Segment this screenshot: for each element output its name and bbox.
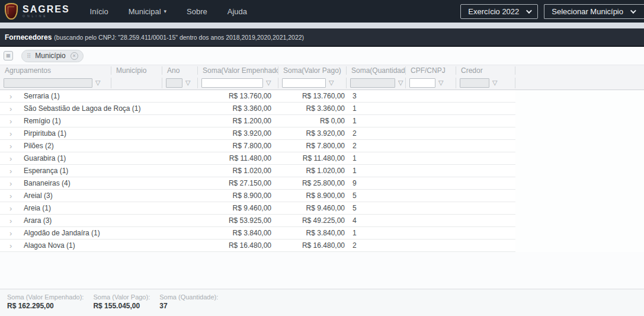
filter-funnel-icon[interactable]: ▽ (329, 79, 334, 86)
filter-cell-municipio (111, 78, 162, 88)
row-quantidade: 1 (347, 117, 406, 125)
filter-cell-agrupamentos: ▽ (0, 78, 111, 88)
expand-chevron-icon[interactable]: › (0, 142, 24, 150)
table-row[interactable]: › Areia (1) R$ 9.460,00 R$ 9.460,00 5 (0, 202, 515, 215)
row-valor-empenhado: R$ 3.360,00 (198, 104, 278, 113)
column-header-credor[interactable]: Credor (456, 66, 515, 75)
column-header-cpf-cnpj[interactable]: CPF/CNPJ (406, 66, 456, 75)
filter-funnel-icon[interactable]: ▽ (185, 79, 190, 86)
filter-funnel-icon[interactable]: ▽ (95, 79, 100, 86)
filter-input-valor-pago[interactable] (282, 78, 326, 88)
selecionar-municipio-label: Selecionar Município (552, 7, 623, 16)
row-group-label: Areia (1) (24, 204, 51, 212)
row-valor-empenhado: R$ 3.920,00 (198, 129, 278, 138)
table-row[interactable]: › Serraria (1) R$ 13.760,00 R$ 13.760,00… (0, 90, 515, 103)
expand-chevron-icon[interactable]: › (0, 229, 24, 237)
filter-funnel-icon[interactable]: ▽ (398, 79, 403, 86)
brand: SAGRES ONLINE (23, 5, 70, 18)
expand-chevron-icon[interactable]: › (0, 92, 24, 100)
expand-chevron-icon[interactable]: › (0, 242, 24, 250)
column-header-municipio[interactable]: Município (111, 66, 162, 75)
column-chooser-icon: ▦ (6, 53, 11, 58)
filter-input-agrupamentos (4, 78, 92, 88)
filter-cell-quantidade: ▽ (347, 78, 406, 88)
expand-chevron-icon[interactable]: › (0, 167, 24, 175)
filter-funnel-icon[interactable]: ▽ (438, 79, 443, 86)
filter-spacer (515, 78, 644, 88)
nav-menu: Início Municipal ▾ Sobre Ajuda (90, 7, 247, 16)
nav-item-label: Sobre (187, 7, 207, 16)
column-chooser-button[interactable]: ▦ (4, 51, 13, 60)
row-quantidade: 1 (347, 229, 406, 237)
summary-value: R$ 162.295,00 (7, 302, 84, 310)
table-row[interactable]: › Remígio (1) R$ 1.200,00 R$ 0,00 1 (0, 115, 515, 127)
filter-funnel-icon[interactable]: ▽ (492, 79, 497, 86)
chip-close-icon[interactable]: × (71, 52, 78, 60)
group-cell: › Pirpirituba (1) (0, 129, 198, 138)
nav-item-ajuda[interactable]: Ajuda (228, 7, 247, 16)
column-header-valor-pago[interactable]: Soma(Valor Pago) (278, 66, 347, 75)
chevron-down-icon (630, 8, 636, 14)
group-panel: ▦ ⠿ Município × (0, 47, 644, 65)
selecionar-municipio-dropdown[interactable]: Selecionar Município (544, 4, 644, 19)
expand-chevron-icon[interactable]: › (0, 205, 24, 212)
row-valor-pago: R$ 1.020,00 (278, 167, 347, 175)
row-quantidade: 3 (347, 92, 406, 100)
caret-down-icon: ▾ (164, 8, 167, 14)
nav-item-label: Início (90, 7, 108, 16)
row-valor-pago: R$ 0,00 (278, 117, 347, 125)
table-row[interactable]: › São Sebastião de Lagoa de Roça (1) R$ … (0, 103, 515, 115)
row-valor-empenhado: R$ 1.020,00 (198, 167, 278, 175)
row-valor-empenhado: R$ 16.480,00 (198, 241, 278, 250)
column-header-agrupamentos[interactable]: Agrupamentos (0, 66, 111, 75)
row-group-label: Serraria (1) (24, 92, 60, 100)
group-cell: › Alagoa Nova (1) (0, 241, 198, 250)
exercicio-dropdown[interactable]: Exercício 2022 (460, 4, 538, 19)
table-row[interactable]: › Esperança (1) R$ 1.020,00 R$ 1.020,00 … (0, 165, 515, 177)
filter-input-ano (166, 78, 182, 88)
group-cell: › Bananeiras (4) (0, 179, 198, 187)
row-valor-pago: R$ 3.840,00 (278, 229, 347, 237)
table-row[interactable]: › Arara (3) R$ 53.925,00 R$ 49.225,00 4 (0, 215, 515, 227)
expand-chevron-icon[interactable]: › (0, 155, 24, 162)
nav-item-sobre[interactable]: Sobre (187, 7, 207, 16)
group-cell: › Pilões (2) (0, 142, 198, 150)
row-valor-pago: R$ 25.800,00 (278, 179, 347, 187)
group-cell: › Remígio (1) (0, 117, 198, 125)
row-valor-pago: R$ 8.900,00 (278, 191, 347, 200)
page-title: Fornecedores (5, 33, 52, 42)
column-header-quantidade[interactable]: Soma(Quantidade) (347, 66, 406, 75)
table-row[interactable]: › Areial (3) R$ 8.900,00 R$ 8.900,00 5 (0, 190, 515, 202)
column-header-valor-empenhado[interactable]: Soma(Valor Empenhado) (198, 66, 278, 75)
nav-item-label: Municipal (129, 7, 161, 16)
column-header-ano[interactable]: Ano (162, 66, 198, 75)
summary-label: Soma (Valor Pago): (93, 293, 150, 301)
summary-label: Soma (Valor Empenhado): (7, 293, 84, 301)
expand-chevron-icon[interactable]: › (0, 130, 24, 138)
table-row[interactable]: › Algodão de Jandaíra (1) R$ 3.840,00 R$… (0, 227, 515, 240)
table-row[interactable]: › Guarabira (1) R$ 11.480,00 R$ 11.480,0… (0, 152, 515, 165)
expand-chevron-icon[interactable]: › (0, 105, 24, 113)
group-chip-municipio[interactable]: ⠿ Município × (21, 50, 84, 62)
table-row[interactable]: › Alagoa Nova (1) R$ 16.480,00 R$ 16.480… (0, 240, 515, 252)
nav-item-municipal[interactable]: Municipal ▾ (129, 7, 166, 16)
table-row[interactable]: › Pilões (2) R$ 7.800,00 R$ 7.800,00 2 (0, 140, 515, 152)
row-valor-empenhado: R$ 9.460,00 (198, 204, 278, 212)
nav-item-inicio[interactable]: Início (90, 7, 108, 16)
row-quantidade: 9 (347, 179, 406, 187)
group-cell: › Areia (1) (0, 204, 198, 212)
expand-chevron-icon[interactable]: › (0, 180, 24, 187)
filter-cell-valor-pago: ▽ (278, 78, 347, 88)
group-cell: › Guarabira (1) (0, 154, 198, 162)
expand-chevron-icon[interactable]: › (0, 217, 24, 225)
expand-chevron-icon[interactable]: › (0, 117, 24, 125)
filter-input-valor-empenhado[interactable] (201, 78, 263, 88)
expand-chevron-icon[interactable]: › (0, 192, 24, 200)
drag-handle-icon[interactable]: ⠿ (27, 53, 30, 59)
table-row[interactable]: › Bananeiras (4) R$ 27.150,00 R$ 25.800,… (0, 177, 515, 190)
row-valor-pago: R$ 16.480,00 (278, 241, 347, 250)
filter-input-cpf-cnpj[interactable] (409, 78, 435, 88)
filter-funnel-icon[interactable]: ▽ (266, 79, 271, 86)
filter-cell-valor-empenhado: ▽ (198, 78, 278, 88)
table-row[interactable]: › Pirpirituba (1) R$ 3.920,00 R$ 3.920,0… (0, 127, 515, 140)
